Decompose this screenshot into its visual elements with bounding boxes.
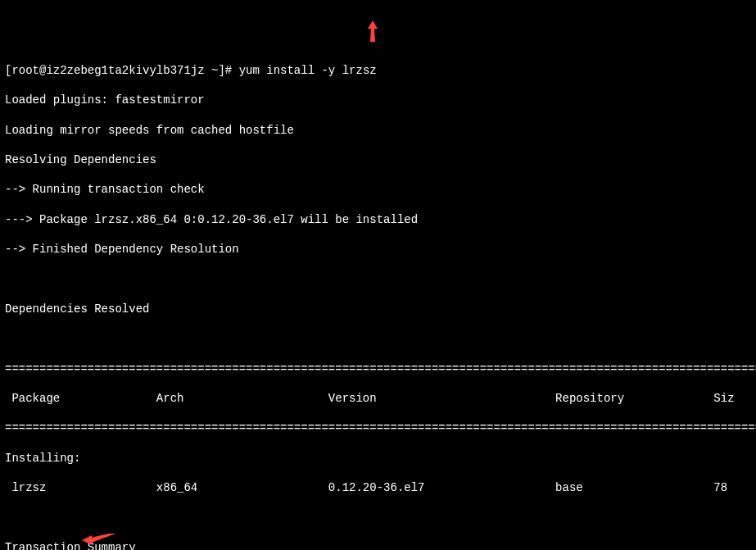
blank: [5, 510, 751, 525]
command-text: yum install -y lrzsz: [239, 64, 377, 77]
loaded-plugins: Loaded plugins: fastestmirror: [5, 93, 751, 107]
deps-resolved: Dependencies Resolved: [5, 302, 751, 316]
table-header: Package Arch Version Repository Siz: [5, 391, 751, 406]
blank: [5, 271, 751, 286]
package-will-install: ---> Package lrzsz.x86_64 0:0.12.20-36.e…: [5, 212, 751, 227]
finished-resolution: --> Finished Dependency Resolution: [5, 242, 751, 257]
tx-summary: Transaction Summary: [5, 540, 751, 550]
blank: [5, 331, 751, 346]
table-row: lrzsz x86_64 0.12.20-36.el7 base 78: [5, 480, 751, 495]
arrow-up-icon: [364, 20, 381, 43]
prompt-line: [root@iz2zebeg1ta2kivylb371jz ~]# yum in…: [5, 63, 751, 78]
loading-mirror: Loading mirror speeds from cached hostfi…: [5, 123, 751, 138]
prompt-prefix: [root@iz2zebeg1ta2kivylb371jz ~]#: [5, 64, 239, 77]
installing-header: Installing:: [5, 451, 751, 466]
resolving-deps: Resolving Dependencies: [5, 152, 751, 167]
divider-top: ========================================…: [5, 361, 751, 376]
running-check: --> Running transaction check: [5, 182, 751, 197]
divider-mid: ========================================…: [5, 420, 751, 435]
